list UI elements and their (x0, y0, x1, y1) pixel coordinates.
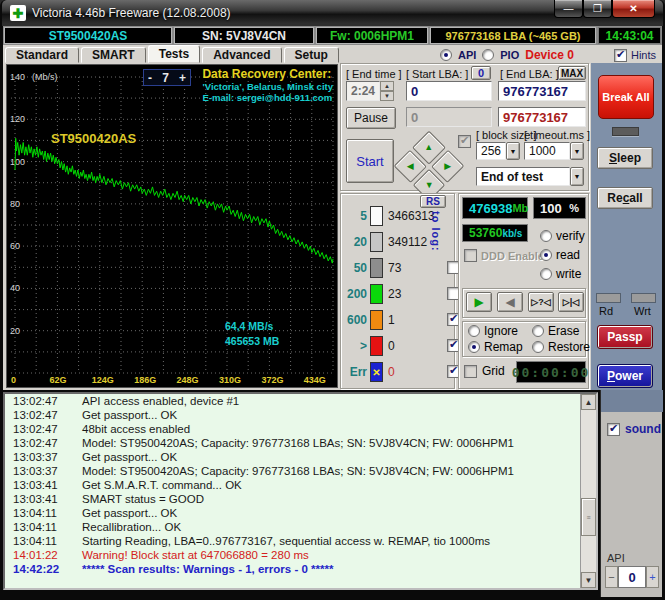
end-time-label: [ End time ] (346, 68, 402, 80)
api-number-minus-button[interactable]: − (605, 566, 618, 588)
action-remap-radio[interactable] (468, 341, 480, 353)
mode-verify-radio[interactable] (540, 230, 552, 242)
graph-zoom-minus-button[interactable]: - (148, 71, 152, 85)
grid-label: Grid (482, 364, 505, 378)
start-lba-input[interactable]: 0 (406, 81, 492, 101)
log-timestamp: 13:02:47 (13, 409, 68, 421)
tab-smart[interactable]: SMART (81, 47, 146, 63)
speed-curve (15, 138, 333, 263)
graph-readout: 64,4 MB/s 465653 MB (225, 319, 279, 349)
action-restore-radio[interactable] (532, 341, 544, 353)
zero-lba-button[interactable]: 0 (471, 66, 491, 80)
graph-zoom-control: - 7 + (143, 69, 191, 86)
end-lba-label: [ End LBA: ] (500, 68, 559, 80)
event-log[interactable]: 13:02:47API access enabled, device #113:… (3, 392, 598, 590)
play-button[interactable]: ▶ (466, 292, 492, 312)
log-scrollbar[interactable]: ▲ ≡ ▼ (580, 394, 596, 588)
maximize-button[interactable]: ❐ (583, 0, 612, 18)
histogram-bucket-count: 23 (383, 287, 401, 301)
histogram-bucket-count: 0 (383, 339, 395, 353)
api-number-spinner: − 0 + (605, 566, 659, 588)
power-button[interactable]: Power (597, 364, 653, 388)
svg-text:372G: 372G (261, 375, 283, 385)
block-size-dropdown-arrow[interactable]: ▼ (506, 142, 520, 160)
break-all-button[interactable]: Break All (598, 75, 654, 119)
close-button[interactable]: ✕ (612, 0, 655, 18)
seek-pad-checkbox[interactable] (458, 135, 471, 148)
percent-lcd: 100 % (533, 197, 586, 219)
log-message: ***** Scan results: Warnings - 1, errors… (68, 563, 333, 575)
log-message: 48bit access enabled (68, 423, 190, 435)
svg-text:(Mb/s): (Mb/s) (32, 72, 58, 82)
minimize-button[interactable]: — (554, 0, 583, 18)
api-number-plus-button[interactable]: + (646, 566, 659, 588)
action-remap-label: Remap (484, 340, 523, 354)
pio-radio[interactable] (482, 49, 494, 61)
histogram-row: 6001 (344, 309, 452, 331)
log-timestamp: 13:04:11 (13, 535, 68, 547)
write-indicator (631, 293, 656, 303)
graph-zoom-plus-button[interactable]: + (179, 71, 186, 85)
histogram-bucket-count: 0 (383, 365, 395, 379)
action-ignore-radio[interactable] (468, 325, 480, 337)
title-bar[interactable]: ✚ Victoria 4.46b Freeware (12.08.2008) —… (2, 0, 663, 26)
log-message: Starting Reading, LBA=0..976773167, sequ… (68, 535, 490, 547)
scroll-down-button[interactable]: ▼ (581, 572, 596, 588)
end-lba-progress-display: 976773167 (498, 107, 586, 127)
end-time-spinner[interactable]: ▲▼ (380, 81, 394, 101)
api-radio[interactable] (440, 49, 452, 61)
tab-bar: Standard SMART Tests Advanced Setup API … (3, 45, 662, 63)
speed-lcd: 53760 kb/s (462, 224, 528, 242)
timeout-dropdown-arrow[interactable]: ▼ (570, 142, 584, 160)
histogram-bucket-count: 349112 (383, 235, 427, 249)
end-action-select[interactable]: End of test (476, 167, 570, 186)
ddd-enable-checkbox[interactable] (464, 249, 477, 262)
mode-read-radio[interactable] (540, 249, 552, 261)
svg-text:434G: 434G (304, 375, 326, 385)
sound-label: sound (625, 422, 661, 436)
grid-checkbox[interactable] (464, 365, 477, 378)
log-line: 13:02:4748bit access enabled (5, 422, 596, 436)
block-size-select[interactable]: 256 (476, 142, 506, 160)
mode-write-radio[interactable] (540, 268, 552, 280)
pause-button[interactable]: Pause (346, 107, 396, 129)
percent-unit: % (569, 202, 579, 214)
graph-avg-speed: 64,4 MB/s (225, 319, 279, 334)
sleep-button[interactable]: Sleep (597, 147, 653, 169)
passport-button[interactable]: Passp (597, 325, 653, 349)
elapsed-timer-lcd: 00:00:00 (516, 361, 586, 383)
end-lba-input[interactable]: 976773167 (498, 81, 586, 101)
timeout-select[interactable]: 1000 (524, 142, 570, 160)
log-message: Model: ST9500420AS; Capacity: 976773168 … (68, 437, 514, 449)
action-erase-radio[interactable] (532, 325, 544, 337)
step-button[interactable]: ▷|◁ (558, 292, 584, 312)
scroll-thumb[interactable]: ≡ (581, 498, 596, 536)
ddd-enable-label: DDD Enable (481, 250, 544, 262)
log-timestamp: 13:04:11 (13, 507, 68, 519)
log-line: 13:04:11Starting Reading, LBA=0..9767731… (5, 534, 596, 548)
log-message: Get passport... OK (68, 507, 177, 519)
hints-checkbox[interactable] (614, 49, 627, 62)
scroll-up-button[interactable]: ▲ (581, 394, 596, 410)
log-line: 13:02:47Get passport... OK (5, 408, 596, 422)
tab-setup[interactable]: Setup (284, 47, 339, 63)
api-radio-label: API (458, 49, 476, 61)
start-button[interactable]: Start (346, 139, 394, 183)
mode-write-label: write (556, 267, 581, 281)
back-button[interactable]: ◀ (497, 292, 523, 312)
tab-standard[interactable]: Standard (5, 47, 79, 63)
histogram-bucket-label: 20 (344, 235, 370, 249)
tab-tests[interactable]: Tests (148, 45, 200, 63)
seek-error-button[interactable]: ▷?◁ (528, 292, 554, 312)
histogram-row: 5073 (344, 257, 452, 279)
end-action-dropdown-arrow[interactable]: ▼ (570, 167, 584, 186)
histogram-bucket-swatch (370, 284, 383, 304)
histogram-bucket-count: 1 (383, 313, 395, 327)
tab-advanced[interactable]: Advanced (202, 47, 281, 63)
svg-text:140: 140 (10, 72, 25, 82)
max-lba-button[interactable]: MAX (558, 66, 586, 80)
histogram-bucket-count: 73 (383, 261, 401, 275)
sound-checkbox[interactable] (607, 423, 620, 436)
recall-button[interactable]: Recall (597, 187, 653, 209)
position-mb-unit: Mb (512, 202, 528, 214)
